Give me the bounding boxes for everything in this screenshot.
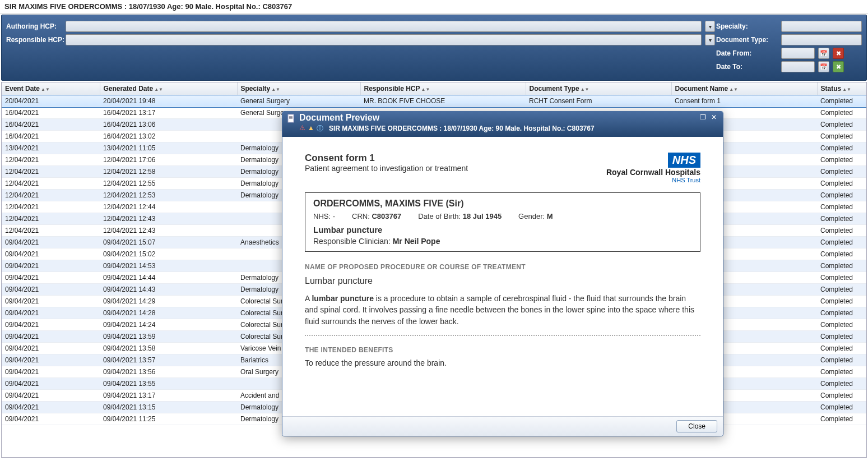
calendar-icon[interactable]: 📅 bbox=[818, 61, 829, 72]
cell-status: Completed bbox=[817, 131, 867, 142]
maximize-icon[interactable]: ❐ bbox=[698, 114, 707, 122]
col-event-date[interactable]: Event Date▲▼ bbox=[2, 82, 100, 95]
col-status[interactable]: Status▲▼ bbox=[817, 82, 867, 95]
col-specialty[interactable]: Specialty▲▼ bbox=[237, 82, 360, 95]
alert-icon: ⚠ bbox=[299, 124, 305, 133]
cell-eventDate: 12/04/2021 bbox=[2, 225, 100, 237]
cell-generatedDate: 20/04/2021 19:48 bbox=[100, 95, 237, 107]
cell-generatedDate: 12/04/2021 12:43 bbox=[100, 225, 237, 237]
gender-value: M bbox=[547, 212, 553, 220]
cell-status: Completed bbox=[817, 213, 867, 225]
cell-specialty: General Surgery bbox=[237, 95, 360, 107]
specialty-input[interactable] bbox=[781, 21, 862, 32]
col-responsible-hcp[interactable]: Responsible HCP▲▼ bbox=[360, 82, 526, 95]
cell-generatedDate: 09/04/2021 13:59 bbox=[100, 331, 237, 343]
sort-icon: ▲▼ bbox=[271, 87, 280, 92]
cell-status: Completed bbox=[817, 201, 867, 213]
cell-generatedDate: 16/04/2021 13:02 bbox=[100, 131, 237, 142]
cell-status: Completed bbox=[817, 237, 867, 248]
dialog-body[interactable]: Consent form 1 Patient agreement to inve… bbox=[282, 137, 723, 416]
date-from-input[interactable] bbox=[781, 48, 815, 59]
cell-generatedDate: 09/04/2021 14:29 bbox=[100, 296, 237, 307]
patient-details-box: ORDERCOMMS, MAXIMS FIVE (Sir) NHS: - CRN… bbox=[305, 192, 700, 252]
cell-generatedDate: 09/04/2021 14:53 bbox=[100, 260, 237, 272]
close-icon[interactable]: ✕ bbox=[709, 114, 718, 122]
cell-generatedDate: 09/04/2021 14:28 bbox=[100, 307, 237, 319]
cell-eventDate: 09/04/2021 bbox=[2, 260, 100, 272]
cell-generatedDate: 12/04/2021 17:06 bbox=[100, 154, 237, 166]
cell-status: Completed bbox=[817, 366, 867, 378]
responsible-hcp-input[interactable] bbox=[66, 34, 702, 45]
document-icon bbox=[287, 114, 296, 123]
document-type-input[interactable] bbox=[781, 34, 862, 45]
sort-icon: ▲▼ bbox=[41, 87, 50, 92]
dialog-footer: Close bbox=[282, 416, 723, 436]
responsible-clinician-value: Mr Neil Pope bbox=[393, 237, 440, 246]
cell-eventDate: 09/04/2021 bbox=[2, 390, 100, 402]
cell-generatedDate: 09/04/2021 13:56 bbox=[100, 366, 237, 378]
date-to-input[interactable] bbox=[781, 61, 815, 72]
trust-subtitle: NHS Trust bbox=[606, 177, 700, 183]
section-heading-benefits: THE INTENDED BENEFITS bbox=[305, 346, 700, 354]
date-from-label: Date From: bbox=[716, 49, 778, 57]
authoring-hcp-dropdown[interactable] bbox=[705, 21, 715, 32]
cell-eventDate: 09/04/2021 bbox=[2, 331, 100, 343]
cell-status: Completed bbox=[817, 378, 867, 390]
cell-documentType: RCHT Consent Form bbox=[526, 95, 671, 107]
cell-generatedDate: 09/04/2021 13:57 bbox=[100, 354, 237, 366]
cell-generatedDate: 09/04/2021 15:02 bbox=[100, 248, 237, 260]
cell-eventDate: 09/04/2021 bbox=[2, 343, 100, 354]
procedure-description: A lumbar puncture is a procedure to obta… bbox=[305, 293, 700, 327]
col-generated-date[interactable]: Generated Date▲▼ bbox=[100, 82, 237, 95]
svg-rect-2 bbox=[289, 117, 293, 118]
dialog-titlebar[interactable]: Document Preview ⚠ ▲ ⓘ SIR MAXIMS FIVE O… bbox=[282, 112, 723, 137]
gender-label: Gender: bbox=[518, 212, 545, 220]
cell-eventDate: 13/04/2021 bbox=[2, 142, 100, 154]
cell-status: Completed bbox=[817, 272, 867, 284]
cell-generatedDate: 12/04/2021 12:44 bbox=[100, 201, 237, 213]
cell-eventDate: 20/04/2021 bbox=[2, 95, 100, 107]
form-subtitle: Patient agreement to investigation or tr… bbox=[305, 164, 468, 173]
clear-date-from-button[interactable]: ✖ bbox=[833, 48, 844, 59]
cell-generatedDate: 16/04/2021 13:17 bbox=[100, 107, 237, 119]
sort-icon: ▲▼ bbox=[154, 87, 163, 92]
cell-eventDate: 09/04/2021 bbox=[2, 413, 100, 425]
cell-status: Completed bbox=[817, 354, 867, 366]
cell-status: Completed bbox=[817, 166, 867, 178]
cell-status: Completed bbox=[817, 190, 867, 201]
cell-status: Completed bbox=[817, 402, 867, 413]
crn-value: C803767 bbox=[372, 212, 401, 220]
crn-label: CRN: bbox=[352, 212, 370, 220]
cell-generatedDate: 12/04/2021 12:53 bbox=[100, 190, 237, 201]
cell-eventDate: 09/04/2021 bbox=[2, 248, 100, 260]
cell-eventDate: 16/04/2021 bbox=[2, 107, 100, 119]
cell-status: Completed bbox=[817, 107, 867, 119]
trust-name: Royal Cornwall Hospitals bbox=[606, 168, 700, 177]
authoring-hcp-input[interactable] bbox=[66, 21, 702, 32]
table-row[interactable]: 20/04/202120/04/2021 19:48General Surger… bbox=[2, 95, 867, 107]
cell-status: Completed bbox=[817, 319, 867, 331]
dob-label: Date of Birth: bbox=[418, 212, 461, 220]
sort-icon: ▲▼ bbox=[421, 87, 430, 92]
authoring-hcp-label: Authoring HCP: bbox=[6, 22, 62, 30]
cell-eventDate: 16/04/2021 bbox=[2, 131, 100, 142]
procedure-name: Lumbar puncture bbox=[313, 225, 692, 234]
dialog-subtitle: SIR MAXIMS FIVE ORDERCOMMS : 18/07/1930 … bbox=[329, 125, 595, 132]
table-header-row: Event Date▲▼ Generated Date▲▼ Specialty▲… bbox=[2, 82, 867, 95]
cell-eventDate: 12/04/2021 bbox=[2, 190, 100, 201]
responsible-hcp-dropdown[interactable] bbox=[705, 34, 715, 45]
col-document-type[interactable]: Document Type▲▼ bbox=[526, 82, 671, 95]
cell-eventDate: 12/04/2021 bbox=[2, 154, 100, 166]
document-type-label: Document Type: bbox=[716, 36, 778, 44]
cell-status: Completed bbox=[817, 284, 867, 296]
nhs-value: - bbox=[333, 212, 335, 220]
nhs-logo-box: NHS bbox=[668, 153, 700, 168]
cell-eventDate: 09/04/2021 bbox=[2, 319, 100, 331]
close-button[interactable]: Close bbox=[676, 420, 717, 432]
patient-banner: SIR MAXIMS FIVE ORDERCOMMS : 18/07/1930 … bbox=[0, 0, 868, 13]
clear-date-to-button[interactable]: ✖ bbox=[833, 61, 844, 72]
calendar-icon[interactable]: 📅 bbox=[818, 48, 829, 59]
cell-generatedDate: 13/04/2021 11:05 bbox=[100, 142, 237, 154]
col-document-name[interactable]: Document Name▲▼ bbox=[671, 82, 817, 95]
cell-generatedDate: 09/04/2021 14:44 bbox=[100, 272, 237, 284]
